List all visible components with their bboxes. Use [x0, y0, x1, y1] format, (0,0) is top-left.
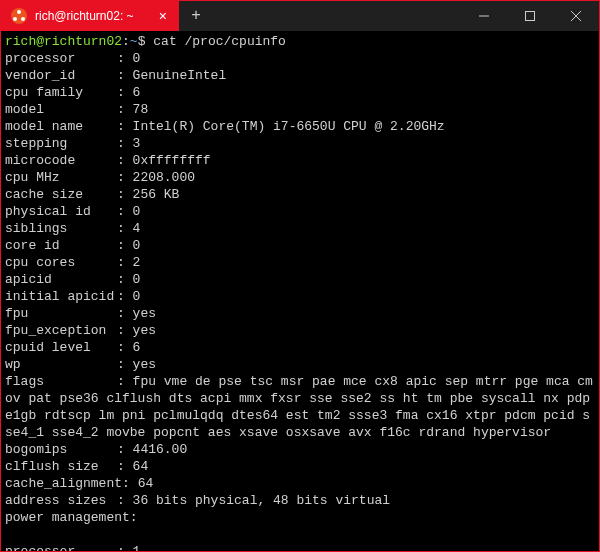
key-cache-size: cache size	[5, 186, 117, 203]
key-model-name: model name	[5, 118, 117, 135]
prompt-separator: :	[122, 34, 130, 49]
val-vendor-id: GenuineIntel	[133, 68, 227, 83]
minimize-button[interactable]	[461, 1, 507, 31]
val-cache-alignment: 64	[138, 476, 154, 491]
key-wp: wp	[5, 356, 117, 373]
tab-title: rich@richturn02: ~	[35, 9, 149, 23]
val-stepping: 3	[133, 136, 141, 151]
close-tab-icon[interactable]: ×	[157, 9, 169, 23]
key-initial-apicid: initial apicid	[5, 288, 117, 305]
val-cache-size: 256 KB	[133, 187, 180, 202]
maximize-button[interactable]	[507, 1, 553, 31]
titlebar: rich@richturn02: ~ × +	[1, 1, 599, 31]
key-power-management: power management:	[5, 510, 138, 525]
window-controls	[461, 1, 599, 31]
key-cpuid-level: cpuid level	[5, 339, 117, 356]
val-cpuid-level: 6	[133, 340, 141, 355]
prompt-path: ~	[130, 34, 138, 49]
key-vendor-id: vendor_id	[5, 67, 117, 84]
active-tab[interactable]: rich@richturn02: ~ ×	[1, 1, 179, 31]
key-stepping: stepping	[5, 135, 117, 152]
svg-rect-0	[526, 12, 535, 21]
key-apicid: apicid	[5, 271, 117, 288]
val-model: 78	[133, 102, 149, 117]
val-cpu-cores: 2	[133, 255, 141, 270]
val-cpu-family: 6	[133, 85, 141, 100]
val-initial-apicid: 0	[133, 289, 141, 304]
key-address-sizes: address sizes	[5, 492, 117, 509]
val-bogomips: 4416.00	[133, 442, 188, 457]
key-bogomips: bogomips	[5, 441, 117, 458]
ubuntu-icon	[11, 8, 27, 24]
key-siblings: siblings	[5, 220, 117, 237]
prompt-user-host: rich@richturn02	[5, 34, 122, 49]
command-text: cat /proc/cpuinfo	[153, 34, 286, 49]
key-cache-alignment: cache_alignment	[5, 475, 122, 492]
key-microcode: microcode	[5, 152, 117, 169]
key-clflush-size: clflush size	[5, 458, 117, 475]
val-core-id: 0	[133, 238, 141, 253]
new-tab-button[interactable]: +	[179, 1, 213, 31]
val-fpu: yes	[133, 306, 156, 321]
prompt-symbol: $	[138, 34, 146, 49]
val-microcode: 0xffffffff	[133, 153, 211, 168]
val-address-sizes: 36 bits physical, 48 bits virtual	[133, 493, 390, 508]
close-button[interactable]	[553, 1, 599, 31]
val-siblings: 4	[133, 221, 141, 236]
terminal-window: rich@richturn02: ~ × + rich@richturn02:~…	[1, 1, 599, 551]
val-fpu-exception: yes	[133, 323, 156, 338]
val-model-name: Intel(R) Core(TM) i7-6650U CPU @ 2.20GHz	[133, 119, 445, 134]
key-fpu-exception: fpu_exception	[5, 322, 117, 339]
key-fpu: fpu	[5, 305, 117, 322]
titlebar-drag-area[interactable]	[213, 1, 461, 31]
val-processor: 0	[133, 51, 141, 66]
key-core-id: core id	[5, 237, 117, 254]
val-clflush-size: 64	[133, 459, 149, 474]
key-model: model	[5, 101, 117, 118]
key-cpu-family: cpu family	[5, 84, 117, 101]
key-cpu-mhz: cpu MHz	[5, 169, 117, 186]
terminal-body[interactable]: rich@richturn02:~$ cat /proc/cpuinfo pro…	[1, 31, 599, 551]
key-flags: flags	[5, 373, 117, 390]
key-physical-id: physical id	[5, 203, 117, 220]
key-processor: processor	[5, 50, 117, 67]
val-physical-id: 0	[133, 204, 141, 219]
val-cpu-mhz: 2208.000	[133, 170, 195, 185]
val-processor-1: 1	[133, 544, 141, 551]
val-apicid: 0	[133, 272, 141, 287]
val-wp: yes	[133, 357, 156, 372]
key-processor-1: processor	[5, 543, 117, 551]
key-cpu-cores: cpu cores	[5, 254, 117, 271]
